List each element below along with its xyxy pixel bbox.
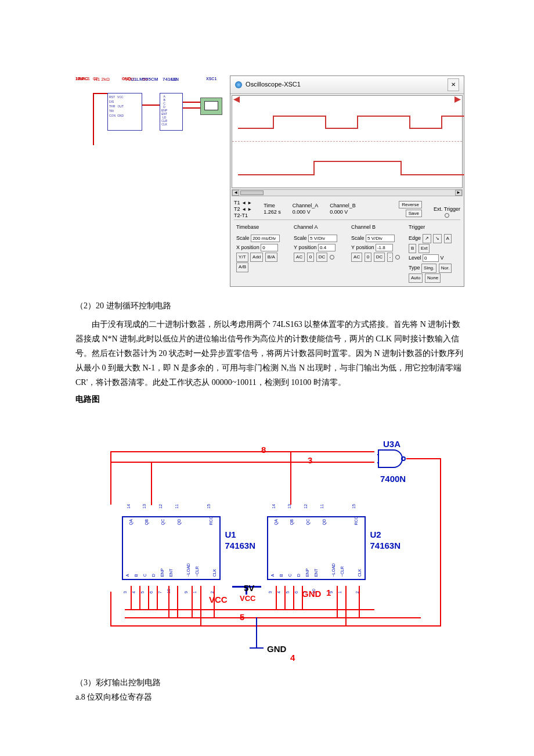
gnd-label-bottom: GND: [267, 641, 286, 657]
xpos-label: X position: [236, 244, 259, 250]
save-button[interactable]: Save: [406, 210, 422, 217]
ext-trigger-radio[interactable]: [445, 213, 449, 218]
section-3a-label: a.8 位双向移位寄存器: [75, 690, 464, 704]
a-scale-label: Scale: [294, 235, 307, 241]
a-ypos-label: Y position: [294, 244, 316, 250]
level-unit: V: [441, 255, 444, 261]
scope-scrollbar[interactable]: ◄ ►: [232, 189, 463, 196]
channel-a-group: Channel A Scale Y position AC 0 DC: [291, 221, 345, 284]
u3-part: 7400N: [380, 471, 406, 487]
edge-fall-button[interactable]: ↘: [433, 234, 442, 243]
paragraph-1: 由于没有现成的二十进制计数器，所以考虑用两个 74LS163 以整体置零的方式搭…: [75, 317, 464, 390]
time-val: 1.262 s: [264, 209, 281, 215]
nand-gate-icon: [377, 449, 406, 469]
a-ypos-input[interactable]: [318, 244, 335, 251]
a-scale-input[interactable]: [308, 235, 337, 242]
channel-b-group: Channel B Scale Y position AC 0 DC -: [349, 221, 403, 284]
b-dash-button[interactable]: -: [387, 253, 394, 262]
scope-titlebar: Oscilloscope-XSC1 ✕: [230, 76, 464, 94]
edge-b-button[interactable]: B: [409, 244, 416, 253]
chb-val: 0.000 V: [330, 209, 348, 215]
b-scale-label: Scale: [351, 235, 365, 241]
timebase-label: Timebase: [236, 222, 286, 232]
sing-button[interactable]: Sing.: [421, 264, 436, 273]
ic-u1-555: RST VCCDISTHR OUTTRICON GND: [107, 93, 142, 131]
t2t1-label: T2-T1: [234, 213, 248, 218]
u1-part: LM555CM: [136, 75, 158, 84]
trigger-group: Trigger Edge ↗ ↘ A B Ext Level V Type Si…: [406, 221, 460, 284]
chb-hdr: Channel B: [351, 222, 400, 232]
a-dc-button[interactable]: DC: [316, 253, 328, 262]
scale-label: Scale: [236, 235, 250, 241]
a-ac-button[interactable]: AC: [294, 253, 305, 262]
auto-button[interactable]: Auto: [409, 273, 423, 283]
t1-label: T1: [234, 200, 240, 206]
ext-trigger-label: Ext. Trigger: [434, 206, 460, 212]
net-5: 5: [240, 609, 244, 625]
svg-point-0: [402, 457, 405, 460]
none-button[interactable]: None: [425, 273, 441, 283]
ic-u2: 1413121115 QAQBQCQDRCO ABCDENPENT~LOAD~C…: [267, 516, 366, 580]
close-icon[interactable]: ✕: [448, 78, 459, 91]
u2-big-label: U274163N: [370, 529, 400, 552]
edge-label: Edge: [409, 235, 421, 241]
net-8: 8: [261, 442, 266, 458]
b-coupling-radio[interactable]: [395, 255, 400, 260]
gnd-icon: [250, 643, 264, 653]
edge-rise-button[interactable]: ↗: [423, 234, 431, 243]
oscilloscope-window: Oscilloscope-XSC1 ✕: [230, 75, 464, 287]
yt-button[interactable]: Y/T: [236, 253, 248, 262]
section-3-label: （3）彩灯输出控制电路: [75, 675, 464, 690]
xpos-input[interactable]: [261, 244, 278, 251]
time-label: Time: [264, 203, 275, 208]
a-0-button[interactable]: 0: [307, 253, 314, 262]
ic-u1: 1413121115 QAQBQCQDRCO ABCDENPENT~LOAD~C…: [122, 516, 221, 580]
gnd-small: GND: [122, 75, 131, 83]
level-label: Level: [409, 255, 421, 261]
b-ac-button[interactable]: AC: [351, 253, 362, 262]
ic-u2-163: ABCDENPENTLDCLRCLK: [160, 93, 183, 131]
scope-title-text: Oscilloscope-XSC1: [246, 79, 301, 91]
b-ypos-input[interactable]: [376, 244, 393, 251]
edge-a-button[interactable]: A: [444, 234, 452, 243]
trigger-hdr: Trigger: [409, 222, 458, 232]
c1-label: C1: [85, 75, 90, 83]
reverse-button[interactable]: Reverse: [399, 201, 422, 208]
scope-display: [232, 95, 463, 188]
schematic-counter: 8 3 U3A 7400N 1413121115 QAQBQCQDRCO ABC…: [75, 412, 459, 667]
scope-icon: [200, 98, 222, 115]
scroll-right-icon[interactable]: ►: [455, 190, 462, 196]
section-2-label: （2）20 进制循环控制电路: [75, 298, 464, 313]
b-scale-input[interactable]: [366, 235, 395, 242]
figure-row: VCC 5V R1 2kΩ R2 17.4kΩ C1 10uF C2 10nF …: [75, 75, 464, 287]
cursor-right-icon[interactable]: [454, 96, 461, 103]
scope-controls: T1 ◄ ► T2 ◄ ► T2-T1 Time 1.262 s Channel…: [230, 196, 464, 286]
b-0-button[interactable]: 0: [365, 253, 371, 262]
a-coupling-radio[interactable]: [330, 255, 334, 260]
ab-button[interactable]: A/B: [236, 262, 248, 272]
cha-hdr: Channel A: [294, 222, 343, 232]
level-input[interactable]: [423, 254, 439, 262]
cursor-readout: T1 ◄ ► T2 ◄ ► T2-T1 Time 1.262 s Channel…: [234, 199, 460, 220]
nor-button[interactable]: Nor.: [439, 264, 452, 273]
net-3: 3: [308, 452, 312, 468]
b-dc-button[interactable]: DC: [374, 253, 385, 262]
ba-button[interactable]: B/A: [265, 253, 277, 262]
vcc-label-small: VCC: [240, 592, 255, 605]
cha-val: 0.000 V: [293, 209, 311, 215]
xsc-label: XSC1: [206, 75, 217, 83]
u1-label: U1: [131, 75, 136, 84]
b-ypos-label: Y position: [351, 244, 374, 250]
net-4: 4: [290, 650, 295, 665]
add-button[interactable]: Add: [250, 253, 263, 262]
cha-label: Channel_A: [293, 203, 319, 208]
scroll-thumb[interactable]: [240, 190, 264, 195]
edge-ext-button[interactable]: Ext: [418, 244, 430, 253]
tb-scale-input[interactable]: [251, 235, 280, 242]
schematic-555: VCC 5V R1 2kΩ R2 17.4kΩ C1 10uF C2 10nF …: [75, 75, 224, 180]
type-label: Type: [409, 265, 420, 271]
scroll-left-icon[interactable]: ◄: [232, 190, 239, 196]
cursor-left-icon[interactable]: [233, 96, 240, 103]
u1-big-label: U174163N: [225, 529, 255, 552]
net-1: 1: [326, 585, 331, 600]
